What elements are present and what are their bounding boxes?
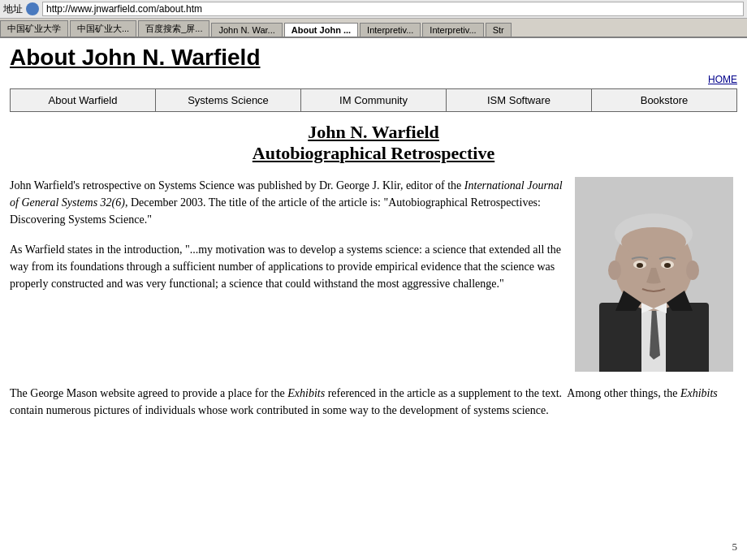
nav-about-warfield[interactable]: About Warfield (11, 89, 156, 111)
svg-point-10 (637, 263, 643, 268)
home-link[interactable]: HOME (10, 74, 737, 85)
nav-bar: About Warfield Systems Science IM Commun… (10, 88, 737, 112)
svg-point-7 (621, 227, 686, 256)
nav-systems-science[interactable]: Systems Science (156, 89, 301, 111)
svg-point-11 (664, 263, 671, 268)
svg-point-12 (608, 261, 621, 280)
tab-6[interactable]: Interpretiv... (422, 23, 483, 37)
photo-section (575, 177, 737, 372)
paragraph-3: The George Mason website agreed to provi… (10, 385, 737, 419)
address-label: 地址 (3, 2, 23, 16)
tab-0[interactable]: 中国矿业大学 (0, 20, 68, 37)
page-title: About John N. Warfield (10, 45, 737, 71)
nav-bookstore[interactable]: Bookstore (592, 89, 736, 111)
browser-address-bar: 地址 (0, 0, 747, 19)
tab-3[interactable]: John N. War... (211, 23, 282, 37)
svg-point-13 (686, 261, 699, 280)
tab-1[interactable]: 中国矿业大... (70, 20, 136, 37)
page-content: About John N. Warfield HOME About Warfie… (0, 38, 747, 432)
content-area: John Warfield's retrospective on Systems… (10, 177, 737, 372)
tab-7[interactable]: Str (486, 23, 512, 37)
article-title-line1: John N. Warfield (10, 122, 737, 143)
paragraph-2: As Warfield states in the introduction, … (10, 241, 565, 292)
url-input[interactable] (42, 2, 744, 16)
tab-2[interactable]: 百度搜索_屏... (138, 20, 209, 37)
nav-im-community[interactable]: IM Community (301, 89, 447, 111)
article-title-line2: Autobiographical Retrospective (10, 143, 737, 164)
article-header: John N. Warfield Autobiographical Retros… (10, 122, 737, 164)
tab-5[interactable]: Interpretiv... (360, 23, 421, 37)
tab-about-john[interactable]: About John ... (284, 23, 358, 37)
portrait-image (575, 177, 733, 372)
text-section: John Warfield's retrospective on Systems… (10, 177, 565, 372)
nav-ism-software[interactable]: ISM Software (447, 89, 592, 111)
nav-icon (26, 2, 39, 15)
paragraph-1: John Warfield's retrospective on Systems… (10, 177, 565, 228)
tabs-bar: 中国矿业大学 中国矿业大... 百度搜索_屏... John N. War...… (0, 19, 747, 38)
